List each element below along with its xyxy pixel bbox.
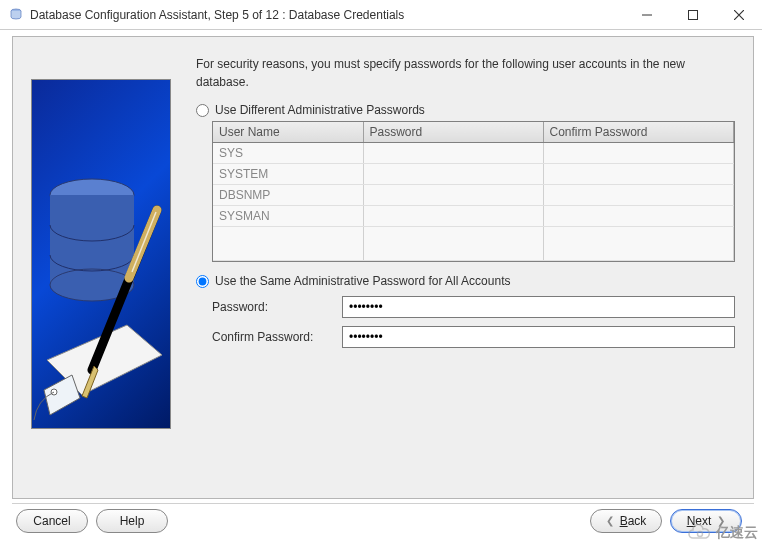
svg-point-12 bbox=[698, 532, 703, 537]
svg-rect-1 bbox=[689, 10, 698, 19]
titlebar: Database Configuration Assistant, Step 5… bbox=[0, 0, 762, 30]
radio-same-input[interactable] bbox=[196, 275, 209, 288]
password-label: Password: bbox=[212, 300, 342, 314]
cell-user: SYSMAN bbox=[213, 206, 363, 227]
cell-user: DBSNMP bbox=[213, 185, 363, 206]
cell-user: SYS bbox=[213, 143, 363, 164]
watermark: 亿速云 bbox=[686, 524, 758, 542]
password-row: Password: bbox=[212, 296, 735, 318]
cell-password[interactable] bbox=[363, 164, 543, 185]
main-panel: For security reasons, you must specify p… bbox=[188, 37, 753, 498]
col-header-password: Password bbox=[363, 122, 543, 143]
close-button[interactable] bbox=[716, 0, 762, 29]
table-row bbox=[213, 227, 734, 261]
confirm-password-row: Confirm Password: bbox=[212, 326, 735, 348]
window-title: Database Configuration Assistant, Step 5… bbox=[30, 8, 624, 22]
radio-different-passwords[interactable]: Use Different Administrative Passwords bbox=[196, 103, 735, 117]
cell-confirm[interactable] bbox=[543, 164, 734, 185]
table-row: DBSNMP bbox=[213, 185, 734, 206]
wizard-hero-image bbox=[31, 79, 171, 429]
confirm-password-input[interactable] bbox=[342, 326, 735, 348]
maximize-button[interactable] bbox=[670, 0, 716, 29]
col-header-confirm: Confirm Password bbox=[543, 122, 734, 143]
cell-confirm[interactable] bbox=[543, 206, 734, 227]
footer-bar: Cancel Help ❮ Back Next ❯ bbox=[12, 503, 754, 537]
cell-confirm[interactable] bbox=[543, 185, 734, 206]
instruction-text: For security reasons, you must specify p… bbox=[196, 55, 735, 91]
cloud-icon bbox=[686, 524, 712, 542]
svg-line-11 bbox=[132, 212, 156, 272]
table-row: SYS bbox=[213, 143, 734, 164]
content-panel: For security reasons, you must specify p… bbox=[12, 36, 754, 499]
radio-different-input[interactable] bbox=[196, 104, 209, 117]
cell-password[interactable] bbox=[363, 143, 543, 164]
confirm-password-label: Confirm Password: bbox=[212, 330, 342, 344]
cell-password[interactable] bbox=[363, 185, 543, 206]
help-button[interactable]: Help bbox=[96, 509, 168, 533]
minimize-button[interactable] bbox=[624, 0, 670, 29]
back-button[interactable]: ❮ Back bbox=[590, 509, 662, 533]
app-icon bbox=[8, 7, 24, 23]
cell-password[interactable] bbox=[363, 206, 543, 227]
password-input[interactable] bbox=[342, 296, 735, 318]
accounts-table: User Name Password Confirm Password SYS … bbox=[212, 121, 735, 262]
radio-different-label: Use Different Administrative Passwords bbox=[215, 103, 425, 117]
radio-same-label: Use the Same Administrative Password for… bbox=[215, 274, 510, 288]
radio-same-password[interactable]: Use the Same Administrative Password for… bbox=[196, 274, 735, 288]
cancel-button[interactable]: Cancel bbox=[16, 509, 88, 533]
back-label: Back bbox=[620, 514, 647, 528]
sidebar bbox=[13, 37, 188, 498]
table-row: SYSTEM bbox=[213, 164, 734, 185]
cell-user: SYSTEM bbox=[213, 164, 363, 185]
cell-confirm[interactable] bbox=[543, 143, 734, 164]
table-row: SYSMAN bbox=[213, 206, 734, 227]
chevron-left-icon: ❮ bbox=[606, 515, 614, 526]
col-header-user: User Name bbox=[213, 122, 363, 143]
